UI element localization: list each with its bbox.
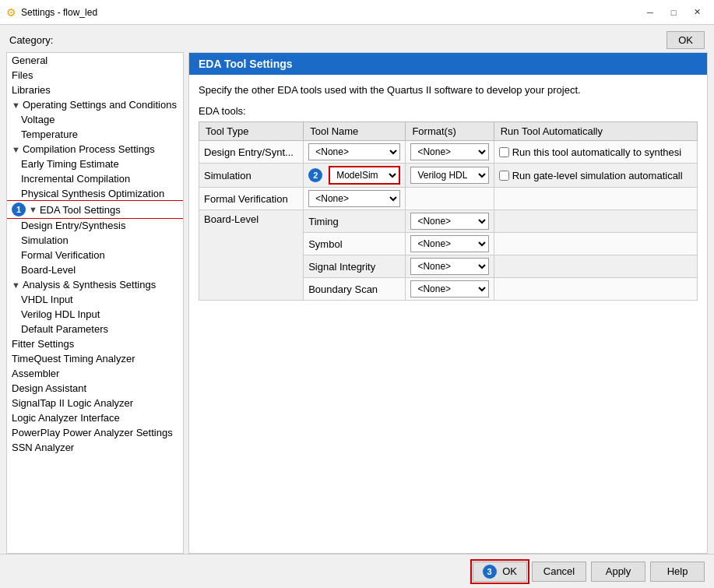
sidebar-item-label: Temperature — [21, 129, 78, 140]
sidebar-item-fitter[interactable]: Fitter Settings — [7, 336, 183, 351]
sidebar-item-signaltap[interactable]: SignalTap II Logic Analyzer — [7, 396, 183, 410]
minimize-button[interactable]: ─ — [639, 4, 661, 21]
simulation-run-checkbox[interactable] — [499, 171, 509, 181]
table-row: Formal Verification <None> — [199, 188, 698, 210]
sidebar-item-compilation[interactable]: ▼Compilation Process Settings — [7, 142, 183, 157]
sidebar-item-design-entry[interactable]: Design Entry/Synthesis — [7, 218, 183, 233]
sidebar-item-simulation[interactable]: Simulation — [7, 233, 183, 248]
sidebar-item-label: PowerPlay Power Analyzer Settings — [12, 427, 173, 438]
board-si-select-cell[interactable]: <None> — [406, 255, 494, 278]
format-cell[interactable]: <None> — [406, 141, 494, 164]
expand-icon: ▼ — [12, 145, 20, 154]
category-label: Category: — [9, 34, 53, 46]
board-bs-select-cell[interactable]: <None> — [406, 278, 494, 301]
design-entry-run-checkbox[interactable] — [499, 147, 509, 157]
sidebar-item-formal-verification[interactable]: Formal Verification — [7, 248, 183, 262]
board-bs-select[interactable]: <None> — [410, 280, 488, 298]
sidebar-item-ssn[interactable]: SSN Analyzer — [7, 440, 183, 455]
board-sub-label: Symbol — [304, 233, 406, 255]
board-si-run — [494, 255, 697, 278]
cancel-button[interactable]: Cancel — [532, 562, 586, 582]
design-entry-tool-select[interactable]: <None> — [308, 143, 400, 160]
sidebar-item-files[interactable]: Files — [7, 68, 183, 83]
sidebar-item-label: Design Assistant — [12, 382, 86, 394]
sidebar-item-libraries[interactable]: Libraries — [7, 83, 183, 97]
sidebar-item-physical-synth[interactable]: Physical Synthesis Optimization — [7, 186, 183, 201]
sidebar-item-label: VHDL Input — [21, 294, 73, 305]
sidebar-item-label: TimeQuest Timing Analyzer — [12, 353, 135, 364]
panel-header: EDA Tool Settings — [189, 53, 707, 75]
sidebar-item-label: Compilation Process Settings — [23, 143, 155, 155]
sidebar-item-vhdl-input[interactable]: VHDL Input — [7, 292, 183, 307]
sidebar-item-general[interactable]: General — [7, 53, 183, 68]
close-button[interactable]: ✕ — [686, 4, 708, 21]
description-text: Specify the other EDA tools used with th… — [199, 84, 698, 96]
sidebar-item-label: Formal Verification — [21, 249, 105, 261]
tool-name-cell[interactable]: <None> — [304, 141, 406, 164]
eda-tools-label: EDA tools: — [199, 105, 698, 117]
annotation-1: 1 — [12, 202, 26, 217]
bottom-bar: 3 OK Cancel Apply Help — [0, 554, 714, 588]
board-timing-select-cell[interactable]: <None> — [406, 210, 494, 233]
simulation-tool-select[interactable]: <None> ModelSim — [329, 166, 400, 185]
simulation-run-label: Run gate-level simulation automaticall — [512, 170, 683, 181]
board-sub-label: Boundary Scan — [304, 278, 406, 301]
format-cell — [406, 188, 494, 210]
sidebar-item-logic-analyzer[interactable]: Logic Analyzer Interface — [7, 410, 183, 425]
sidebar-item-early-timing[interactable]: Early Timing Estimate — [7, 157, 183, 171]
tool-type-cell: Board-Level — [199, 210, 304, 301]
sidebar-item-board-level[interactable]: Board-Level — [7, 262, 183, 277]
tool-type-cell: Simulation — [199, 164, 304, 188]
simulation-format-select[interactable]: Verilog HDL — [410, 167, 488, 184]
sidebar-item-label: Board-Level — [21, 264, 76, 276]
help-button[interactable]: Help — [650, 562, 705, 582]
right-panel: EDA Tool Settings Specify the other EDA … — [188, 52, 708, 554]
sidebar-item-label: Early Timing Estimate — [21, 158, 119, 170]
sidebar-item-verilog-input[interactable]: Verilog HDL Input — [7, 307, 183, 322]
sidebar-item-label: Physical Synthesis Optimization — [21, 188, 164, 199]
tool-name-cell[interactable]: <None> — [304, 188, 406, 210]
expand-icon: ▼ — [12, 280, 20, 290]
eda-table: Tool Type Tool Name Format(s) Run Tool A… — [199, 121, 698, 301]
run-auto-cell — [494, 188, 697, 210]
main-content: GeneralFilesLibraries▼Operating Settings… — [0, 52, 714, 554]
sidebar-item-label: Assembler — [12, 368, 59, 379]
board-symbol-select-cell[interactable]: <None> — [406, 233, 494, 255]
sidebar-item-powerplay[interactable]: PowerPlay Power Analyzer Settings — [7, 425, 183, 440]
sidebar-item-assembler[interactable]: Assembler — [7, 366, 183, 381]
design-entry-format-select[interactable]: <None> — [410, 143, 488, 160]
format-cell[interactable]: Verilog HDL — [406, 164, 494, 188]
apply-button[interactable]: Apply — [591, 562, 645, 582]
app-icon: ⚙ — [6, 6, 16, 19]
sidebar-item-eda-tool[interactable]: 1▼EDA Tool Settings — [7, 201, 183, 218]
sidebar-item-timequest[interactable]: TimeQuest Timing Analyzer — [7, 351, 183, 366]
board-timing-select[interactable]: <None> — [410, 213, 488, 230]
sidebar-item-label: Design Entry/Synthesis — [21, 220, 125, 231]
sidebar-item-label: General — [12, 55, 47, 66]
device-button[interactable]: OK — [667, 31, 705, 49]
window-title: Settings - flow_led — [21, 7, 639, 18]
sidebar-item-default-params[interactable]: Default Parameters — [7, 322, 183, 336]
sidebar-item-label: Operating Settings and Conditions — [23, 99, 177, 111]
tool-name-cell[interactable]: 2 <None> ModelSim — [304, 164, 406, 188]
board-si-select[interactable]: <None> — [410, 258, 488, 275]
expand-icon: ▼ — [12, 100, 20, 110]
sidebar-item-label: Voltage — [21, 114, 55, 125]
table-row: Board-Level Timing <None> — [199, 210, 698, 233]
sidebar-item-label: Incremental Compilation — [21, 173, 130, 185]
left-panel: GeneralFilesLibraries▼Operating Settings… — [6, 52, 184, 554]
sidebar-item-operating[interactable]: ▼Operating Settings and Conditions — [7, 97, 183, 112]
design-entry-run-label: Run this tool automatically to synthesi — [512, 146, 682, 158]
sidebar-item-incremental[interactable]: Incremental Compilation — [7, 171, 183, 186]
formal-tool-select[interactable]: <None> — [308, 190, 400, 207]
title-bar: ⚙ Settings - flow_led ─ □ ✕ — [0, 0, 714, 25]
board-symbol-run — [494, 233, 697, 255]
run-auto-cell: Run this tool automatically to synthesi — [494, 141, 697, 164]
board-symbol-select[interactable]: <None> — [410, 235, 488, 252]
sidebar-item-analysis-synth[interactable]: ▼Analysis & Synthesis Settings — [7, 277, 183, 292]
sidebar-item-temperature[interactable]: Temperature — [7, 127, 183, 142]
ok-button[interactable]: 3 OK — [473, 562, 527, 582]
sidebar-item-voltage[interactable]: Voltage — [7, 112, 183, 127]
sidebar-item-design-assistant[interactable]: Design Assistant — [7, 381, 183, 396]
maximize-button[interactable]: □ — [663, 4, 684, 21]
